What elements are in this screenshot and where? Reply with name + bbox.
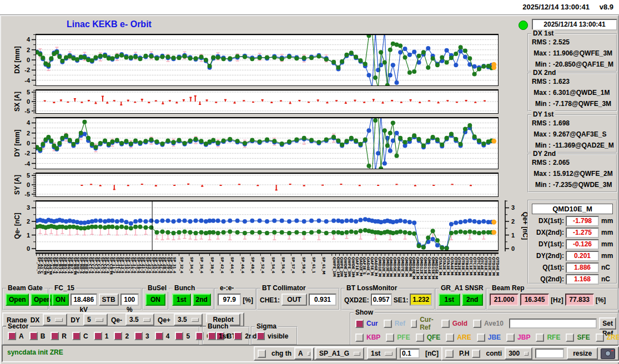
x-axis-label: QTD1E_M [484,257,488,276]
svg-text:5: 5 [27,89,30,95]
checkbox-are[interactable] [446,333,454,342]
checkbox-pfe[interactable] [386,333,394,342]
threshold-input[interactable] [400,348,420,358]
gr-a1-2nd-button[interactable]: 2nd [462,294,484,306]
fc15-group: FC_15 ON 18.486 kV STB 100 % [49,288,142,310]
checkbox-jbe[interactable] [477,333,485,342]
che1-out-button[interactable]: OUT [281,294,307,306]
beam-gate-open-button-1[interactable]: Open [6,294,29,306]
chg-th-checkbox[interactable] [258,350,266,358]
checkbox-ref[interactable] [384,320,392,328]
checkbox-2[interactable] [114,332,122,340]
range-dx-select[interactable]: 5 [43,314,67,326]
set-ref-button[interactable]: Set Ref [599,317,616,330]
bt-collimator-group: BT Collimator CHE1: OUT 0.931 [256,288,340,310]
checkbox-sfe[interactable] [566,333,574,342]
sector-item: A [8,332,24,340]
free-input[interactable] [535,348,564,358]
sp-bunch-select[interactable]: 1st [367,347,397,360]
show-item: JBE [477,333,501,342]
x-axis-label: QMD9E_M [408,257,412,277]
x-axis-label: QWDE_3M [351,257,355,277]
conti-checkbox[interactable] [472,350,480,358]
gr-a1-1st-button[interactable]: 1st [439,294,460,306]
busel-on-button[interactable]: ON [145,294,165,306]
checkbox-qfe[interactable] [416,333,424,342]
x-axis-label: SP_38_4 [210,257,214,274]
x-axis-label: QWDE_1M [336,257,340,277]
dy1-max: 9.267@QAF3E_S [553,130,606,138]
x-axis-label: QTB3E_M [461,257,465,276]
x-axis-label: QTB2E_M [457,257,461,276]
ref-file-input[interactable] [509,318,597,328]
svg-text:2: 2 [27,130,30,136]
beam-rep-value-1: 21.000 [490,294,519,306]
bunch-1st-button[interactable]: 1st [172,294,191,306]
dx2-max: 6.301@QWDE_1M [553,89,610,97]
ee-ratio-group: e-:e- 97.9 [%] [214,288,256,310]
x-axis-label: SP_46_4 [240,257,245,274]
checkbox-1[interactable] [94,332,102,340]
range-qe-minus-select[interactable]: 3.5 [125,314,154,326]
checkbox-ave10[interactable] [473,320,481,328]
svg-text:3: 3 [27,204,30,211]
sp-bpm-select[interactable]: SP_A1_G [315,347,364,360]
show-item: Ref [384,320,405,328]
camera-icon[interactable] [601,348,615,359]
gr-a1-snsr-group: GR_A1 SNSR 1st 2nd [435,288,486,310]
dx1-rms: 2.525 [553,38,570,46]
checkbox-gold[interactable] [441,320,450,328]
checkbox-cur[interactable] [355,320,364,328]
resize-button[interactable]: resize [567,347,598,360]
sector-item: 4 [155,332,170,340]
checkbox-cur-ref[interactable] [411,320,417,328]
ph-checkbox[interactable] [445,350,454,358]
show-item: Cur [355,320,378,328]
checkbox-5[interactable] [175,332,183,340]
checkbox-c[interactable] [72,332,80,340]
dx2nd-value: -1.275 [566,228,599,238]
x-axis-label: QTA3E_M [446,257,450,275]
window-version: v8.9 [600,3,613,11]
fc15-on-button[interactable]: ON [52,294,69,306]
range-qe-plus-select[interactable]: 3.5 [174,314,203,326]
checkbox-2nd[interactable] [234,332,242,340]
latest-point-marker [491,220,496,225]
chg-th-panel: chg th A [254,346,318,361]
bunch-2nd-button[interactable]: 2nd [193,294,212,306]
checkbox-visible[interactable] [256,332,265,340]
x-axis-label: QMD1E_M [378,257,382,277]
x-axis-label: SP_42_4 [220,257,224,274]
checkbox-jbp[interactable] [506,333,515,342]
dy-1st-stats-box: DY 1st RMS :1.698 Max :9.267@QAF3E_S Min… [527,114,617,153]
series-1st [35,217,494,250]
x-axis-label: QMD8E_M [404,257,409,277]
dy2-max: 15.912@QWFE_2M [553,170,613,178]
fc15-stb-button[interactable]: STB [99,294,119,306]
svg-text:5: 5 [27,173,30,179]
latest-point-marker [491,139,496,144]
checkbox-r[interactable] [51,332,59,340]
checkbox-b[interactable] [29,332,38,340]
checkbox-zre[interactable] [596,333,604,342]
checkbox-4[interactable] [155,332,163,340]
qe-data [35,217,497,250]
checkbox-1st[interactable] [208,332,216,340]
beam-rep-value-2: 16.345 [520,294,549,306]
checkbox-3[interactable] [134,332,143,340]
x-axis-label: QAD6E_M [374,257,378,276]
x-axis-label: QMD15E_M [431,257,435,280]
sigma-group: Sigma visible [251,326,298,345]
x-axis-label: SP_61_1 [311,257,316,274]
x-axis-label: QMD14E_M [427,257,431,280]
x-axis-label: SP_58_4 [301,257,306,274]
checkbox-label: ZRE [607,333,619,341]
checkbox-a[interactable] [8,332,16,340]
checkbox-rfe[interactable] [536,333,544,342]
count-select[interactable]: 300 [505,347,532,360]
page-title: Linac KEKB e- Orbit [67,19,152,29]
checkbox-kbp[interactable] [355,333,364,342]
che1-value: 0.931 [309,294,336,306]
series-1st [35,117,494,169]
range-dy-select[interactable]: 5 [83,314,108,326]
